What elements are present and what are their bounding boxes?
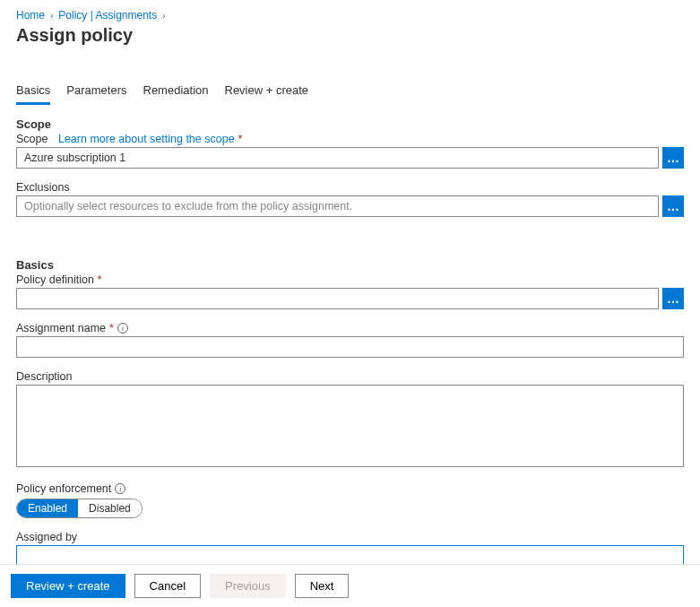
tab-review[interactable]: Review + create (225, 80, 309, 105)
policy-definition-label: Policy definition (16, 273, 94, 286)
required-indicator: * (238, 133, 243, 145)
policy-enforcement-label: Policy enforcement (16, 482, 111, 495)
required-indicator: * (109, 322, 114, 334)
exclusions-input[interactable] (16, 195, 659, 217)
previous-button: Previous (210, 574, 286, 598)
exclusions-label: Exclusions (16, 181, 70, 194)
policy-definition-picker-button[interactable]: … (662, 288, 684, 309)
tab-parameters[interactable]: Parameters (66, 80, 126, 105)
enforcement-enabled[interactable]: Enabled (17, 499, 78, 517)
description-textarea[interactable] (16, 385, 684, 467)
assignment-name-input[interactable] (16, 336, 684, 358)
breadcrumb: Home › Policy | Assignments › (16, 9, 684, 22)
tab-basics[interactable]: Basics (16, 80, 50, 105)
scope-label: Scope (16, 133, 48, 145)
chevron-right-icon: › (162, 11, 165, 21)
enforcement-toggle: Enabled Disabled (16, 499, 143, 518)
basics-section-title: Basics (16, 258, 684, 272)
assignment-name-label: Assignment name (16, 322, 106, 334)
learn-more-scope-link[interactable]: Learn more about setting the scope (58, 133, 235, 145)
breadcrumb-policy[interactable]: Policy | Assignments (58, 9, 157, 22)
cancel-button[interactable]: Cancel (134, 574, 201, 598)
info-icon: i (117, 323, 128, 334)
chevron-right-icon: › (50, 11, 53, 21)
page-title: Assign policy (16, 25, 684, 46)
scope-section-title: Scope (16, 117, 684, 131)
exclusions-picker-button[interactable]: … (662, 195, 684, 217)
tabs: Basics Parameters Remediation Review + c… (16, 80, 684, 105)
scope-picker-button[interactable]: … (662, 147, 684, 169)
footer: Review + create Cancel Previous Next (0, 564, 700, 607)
policy-definition-input[interactable] (16, 288, 659, 309)
breadcrumb-home[interactable]: Home (16, 9, 45, 22)
info-icon: i (115, 483, 125, 494)
enforcement-disabled[interactable]: Disabled (78, 499, 142, 517)
next-button[interactable]: Next (295, 574, 350, 598)
assigned-by-label: Assigned by (16, 531, 77, 543)
description-label: Description (16, 370, 73, 383)
required-indicator: * (98, 273, 102, 286)
scope-input[interactable] (16, 147, 659, 169)
review-create-button[interactable]: Review + create (11, 574, 125, 598)
tab-remediation[interactable]: Remediation (143, 80, 209, 105)
